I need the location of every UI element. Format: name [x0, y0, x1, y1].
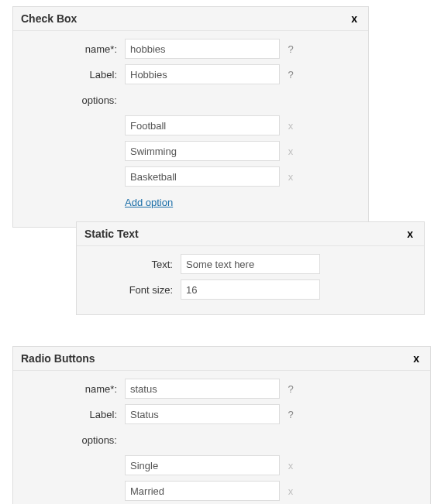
panel-body: name*: ? Label: ? options: x x x	[13, 371, 430, 504]
add-option-link[interactable]: Add option	[125, 197, 173, 208]
label-input[interactable]	[125, 404, 280, 424]
field-row-options-label: options:	[24, 90, 357, 110]
field-row-text: Text:	[88, 254, 413, 274]
option-input[interactable]	[125, 481, 280, 501]
remove-option-icon[interactable]: x	[283, 485, 298, 497]
panel-title: Static Text	[84, 228, 139, 240]
field-row-label: Label: ?	[24, 64, 357, 84]
checkbox-panel: Check Box x name*: ? Label: ? options: x…	[12, 6, 369, 228]
add-option-row: Add option	[24, 192, 357, 212]
panel-body: Text: Font size:	[77, 246, 424, 314]
option-input[interactable]	[125, 115, 280, 135]
panel-title: Radio Buttons	[21, 352, 95, 365]
option-input[interactable]	[125, 166, 280, 187]
options-label: options:	[24, 94, 125, 106]
field-row-name: name*: ?	[24, 379, 419, 399]
option-row: x	[24, 141, 357, 161]
help-icon[interactable]: ?	[283, 69, 298, 81]
option-input[interactable]	[125, 141, 280, 161]
options-label: options:	[24, 434, 125, 446]
name-label: name*:	[24, 383, 125, 395]
option-row: x	[24, 166, 357, 187]
option-row: x	[24, 455, 419, 475]
help-icon[interactable]: ?	[283, 383, 298, 395]
name-input[interactable]	[125, 39, 280, 59]
remove-option-icon[interactable]: x	[283, 460, 298, 471]
name-label: name*:	[24, 43, 125, 55]
field-row-name: name*: ?	[24, 39, 357, 59]
close-icon[interactable]: x	[404, 228, 416, 240]
panel-header: Radio Buttons x	[13, 347, 430, 371]
field-row-fontsize: Font size:	[88, 279, 413, 300]
panel-header: Static Text x	[77, 222, 424, 246]
fontsize-label: Font size:	[88, 284, 181, 296]
option-input[interactable]	[125, 455, 280, 475]
remove-option-icon[interactable]: x	[283, 120, 298, 132]
fontsize-input[interactable]	[181, 279, 320, 300]
option-row: x	[24, 481, 419, 501]
remove-option-icon[interactable]: x	[283, 171, 298, 183]
panel-body: name*: ? Label: ? options: x x x	[13, 31, 368, 227]
name-input[interactable]	[125, 379, 280, 399]
panel-title: Check Box	[21, 12, 77, 25]
radio-panel: Radio Buttons x name*: ? Label: ? option…	[12, 346, 431, 504]
field-row-options-label: options:	[24, 430, 419, 450]
remove-option-icon[interactable]: x	[283, 146, 298, 157]
help-icon[interactable]: ?	[283, 409, 298, 420]
option-row: x	[24, 115, 357, 135]
text-input[interactable]	[181, 254, 320, 274]
label-label: Label:	[24, 409, 125, 420]
label-label: Label:	[24, 69, 125, 81]
close-icon[interactable]: x	[348, 12, 360, 25]
help-icon[interactable]: ?	[283, 43, 298, 55]
panel-header: Check Box x	[13, 7, 368, 31]
label-input[interactable]	[125, 64, 280, 84]
close-icon[interactable]: x	[410, 352, 422, 365]
field-row-label: Label: ?	[24, 404, 419, 424]
statictext-panel: Static Text x Text: Font size:	[76, 221, 425, 315]
text-label: Text:	[88, 259, 181, 270]
